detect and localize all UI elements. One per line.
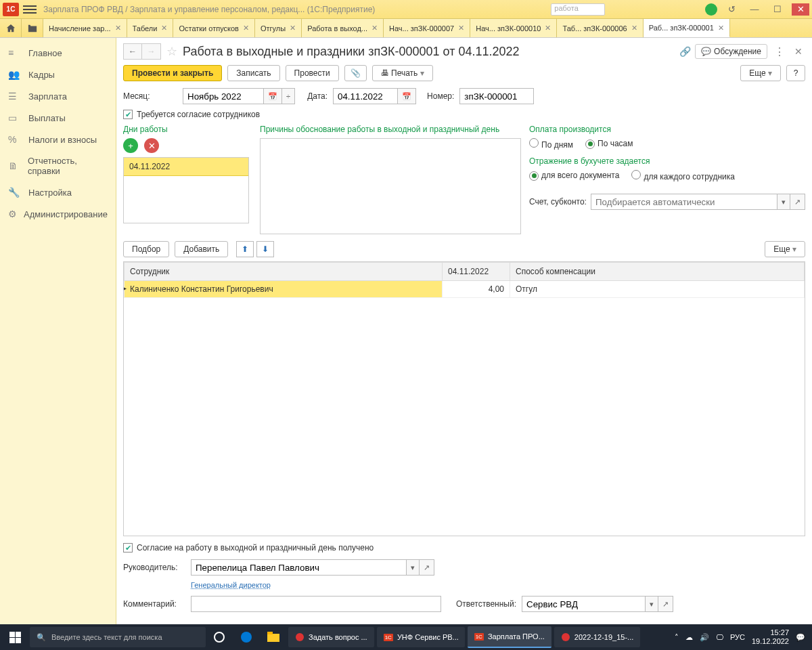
global-search[interactable]: работа: [551, 3, 605, 16]
cell-compensation[interactable]: Отгул: [510, 281, 805, 298]
work-day-item[interactable]: 04.11.2022: [124, 158, 248, 176]
taskbar-search[interactable]: 🔍Введите здесь текст для поиска: [30, 627, 206, 647]
window-minimize[interactable]: —: [746, 3, 763, 16]
print-button[interactable]: 🖶 Печать: [372, 65, 433, 81]
select-button[interactable]: Подбор: [123, 241, 169, 257]
window-close[interactable]: ✕: [792, 3, 809, 16]
save-button[interactable]: Записать: [227, 65, 279, 81]
consent-required-checkbox[interactable]: ✔: [123, 110, 133, 119]
tab-2[interactable]: Остатки отпусков✕: [173, 19, 255, 37]
taskbar-edge-icon[interactable]: [233, 624, 260, 650]
sidebar-item-reports[interactable]: 🗎Отчетность, справки: [0, 150, 116, 181]
close-icon[interactable]: ✕: [631, 24, 637, 32]
open-icon[interactable]: ↗: [790, 194, 805, 210]
move-down-button[interactable]: ⬇: [256, 241, 274, 257]
manager-title-link[interactable]: Генеральный директор: [191, 581, 805, 589]
more-button-2[interactable]: Еще: [765, 241, 805, 257]
tab-6[interactable]: Нач... зпЗК-000010✕: [470, 19, 557, 37]
close-icon[interactable]: ✕: [371, 24, 378, 32]
close-icon[interactable]: ✕: [718, 24, 724, 32]
tab-5[interactable]: Нач... зпЗК-000007✕: [384, 19, 470, 37]
sidebar-item-settings[interactable]: 🔧Настройка: [0, 181, 116, 203]
dropdown-icon[interactable]: ▾: [646, 596, 658, 612]
sidebar-item-admin[interactable]: ⚙Администрирование: [0, 203, 116, 225]
open-icon[interactable]: ↗: [658, 596, 673, 612]
history-icon[interactable]: ↺: [723, 3, 740, 16]
post-button[interactable]: Провести: [286, 65, 339, 81]
close-icon[interactable]: ✕: [161, 24, 167, 32]
close-doc-icon[interactable]: ✕: [792, 46, 805, 57]
add-day-button[interactable]: +: [123, 138, 138, 153]
close-icon[interactable]: ✕: [115, 24, 121, 32]
taskbar-cortana-icon[interactable]: [206, 624, 233, 650]
post-and-close-button[interactable]: Провести и закрыть: [123, 65, 222, 81]
tab-7[interactable]: Таб... зпЗК-000006✕: [557, 19, 643, 37]
remove-day-button[interactable]: ✕: [144, 138, 159, 153]
close-icon[interactable]: ✕: [243, 24, 249, 32]
comment-input[interactable]: [191, 596, 441, 612]
sidebar-item-payments[interactable]: ▭Выплаты: [0, 107, 116, 129]
help-button[interactable]: ?: [786, 65, 805, 81]
forward-button[interactable]: →: [142, 43, 161, 60]
dropdown-icon[interactable]: ▾: [777, 194, 790, 210]
dropdown-icon[interactable]: ▾: [407, 559, 420, 576]
tab-1[interactable]: Табели✕: [127, 19, 174, 37]
sidebar-item-hr[interactable]: 👥Кадры: [0, 64, 116, 85]
taskbar-task-3[interactable]: 2022-12-19_15-...: [554, 627, 640, 647]
start-button[interactable]: [0, 624, 30, 650]
tray-monitor-icon[interactable]: 🖵: [716, 633, 723, 641]
tray-clock[interactable]: 15:27 19.12.2022: [752, 628, 789, 646]
cell-employee[interactable]: Калиниченко Константин Григорьевич: [125, 281, 443, 298]
col-employee[interactable]: Сотрудник: [125, 263, 443, 281]
col-date[interactable]: 04.11.2022: [443, 263, 510, 281]
tray-cloud-icon[interactable]: ☁: [685, 633, 693, 642]
acc-whole-radio[interactable]: для всего документа: [529, 171, 619, 181]
close-icon[interactable]: ✕: [290, 24, 296, 32]
date-input[interactable]: [333, 88, 398, 104]
more-button[interactable]: Еще: [740, 65, 781, 81]
window-maximize[interactable]: ☐: [769, 3, 786, 16]
calendar-icon[interactable]: 📅: [264, 88, 282, 104]
star-icon[interactable]: ☆: [166, 44, 177, 59]
tab-4[interactable]: Работа в выход...✕: [302, 19, 384, 37]
col-compensation[interactable]: Способ компенсации: [510, 263, 805, 281]
work-days-list[interactable]: 04.11.2022: [123, 157, 249, 223]
sidebar-item-main[interactable]: ≡Главное: [0, 42, 116, 64]
tray-notifications-icon[interactable]: 💬: [796, 633, 805, 642]
number-input[interactable]: [459, 88, 534, 104]
cell-hours[interactable]: 4,00: [443, 281, 510, 298]
reason-textarea[interactable]: [260, 138, 521, 234]
sidebar-item-salary[interactable]: ☰Зарплата: [0, 85, 116, 107]
table-row[interactable]: Калиниченко Константин Григорьевич 4,00 …: [125, 281, 805, 298]
acc-each-radio[interactable]: для каждого сотрудника: [631, 170, 735, 181]
tray-volume-icon[interactable]: 🔊: [700, 633, 709, 642]
tray-lang[interactable]: РУС: [730, 633, 745, 641]
taskbar-task-0[interactable]: Задать вопрос ...: [288, 627, 374, 647]
manager-input[interactable]: [191, 559, 407, 576]
attach-button[interactable]: 📎: [344, 65, 367, 81]
back-button[interactable]: ←: [123, 43, 142, 60]
tab-8[interactable]: Раб... зпЗК-000001✕: [644, 19, 730, 37]
home-icon[interactable]: [0, 19, 22, 37]
stepper-icon[interactable]: ÷: [282, 88, 295, 104]
open-icon[interactable]: ↗: [420, 559, 434, 576]
discuss-button[interactable]: 💬Обсуждение: [695, 44, 767, 59]
consent-received-checkbox[interactable]: ✔: [123, 543, 133, 552]
account-input[interactable]: [591, 194, 777, 210]
sidebar-item-taxes[interactable]: %Налоги и взносы: [0, 129, 116, 150]
favorites-icon[interactable]: [22, 19, 43, 37]
employees-table[interactable]: Сотрудник 04.11.2022 Способ компенсации …: [123, 261, 805, 536]
taskbar-task-2[interactable]: 1CЗарплата ПРО...: [468, 626, 551, 648]
by-days-radio[interactable]: По дням: [529, 138, 573, 150]
taskbar-explorer-icon[interactable]: [260, 624, 287, 650]
close-icon[interactable]: ✕: [458, 24, 464, 32]
move-up-button[interactable]: ⬆: [236, 241, 254, 257]
tab-3[interactable]: Отгулы✕: [255, 19, 302, 37]
link-icon[interactable]: 🔗: [679, 46, 691, 57]
taskbar-task-1[interactable]: 1CУНФ Сервис РВ...: [377, 627, 465, 647]
responsible-input[interactable]: [522, 596, 646, 612]
tray-up-icon[interactable]: ˄: [675, 633, 679, 642]
kebab-icon[interactable]: ⋮: [771, 45, 788, 58]
close-icon[interactable]: ✕: [545, 24, 551, 32]
month-input[interactable]: [183, 88, 264, 104]
